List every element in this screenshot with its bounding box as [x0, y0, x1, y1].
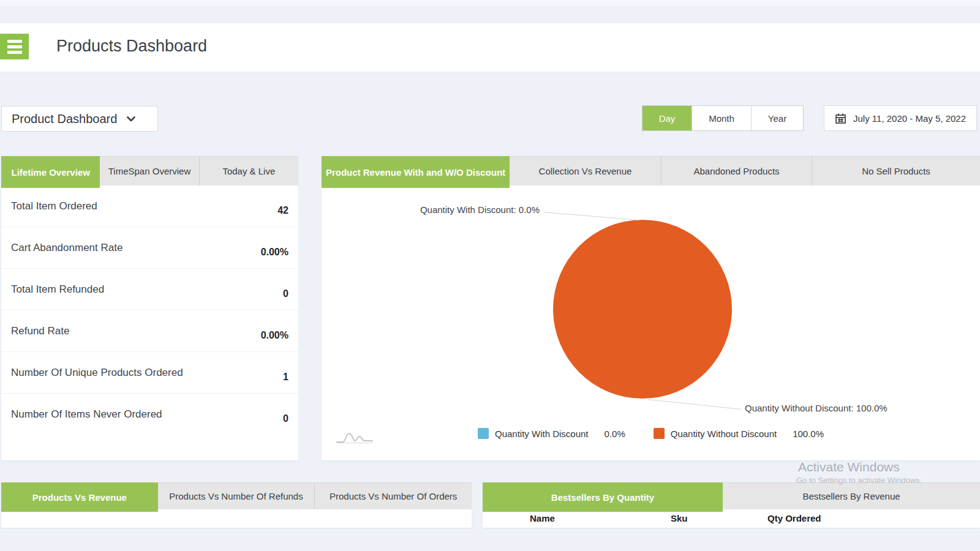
date-range-value: July 11, 2020 - May 5, 2022 [853, 113, 966, 124]
dashboard-select-value: Product Dashboard [12, 112, 117, 126]
chart-legend: Quantity With Discount 0.0% Quantity Wit… [322, 428, 980, 439]
tab-product-revenue-discount[interactable]: Product Revenue With and W/O Discount [322, 156, 510, 188]
metric-row-unique-products-ordered: Number Of Unique Products Ordered 1 [1, 352, 298, 394]
legend-value: 100.0% [793, 429, 824, 439]
legend-value: 0.0% [605, 429, 625, 439]
legend-label: Quantity Without Discount [671, 429, 777, 439]
legend-item-without-discount[interactable]: Quantity Without Discount 100.0% [654, 428, 824, 439]
period-toggle: Day Month Year [642, 105, 804, 131]
tab-today-live[interactable]: Today & Live [200, 156, 298, 186]
metric-row-cart-abandonment-rate: Cart Abandonment Rate 0.00% [1, 227, 298, 269]
tab-lifetime-overview[interactable]: Lifetime Overview [1, 156, 100, 188]
period-month-button[interactable]: Month [692, 106, 752, 130]
legend-label: Quantity With Discount [495, 429, 589, 439]
tab-products-vs-refunds[interactable]: Products Vs Number Of Refunds [158, 482, 315, 509]
lifetime-overview-panel: Lifetime Overview TimeSpan Overview Toda… [1, 156, 298, 460]
hamburger-icon [7, 40, 22, 43]
bestsellers-tabbar: Bestsellers By Quantity Bestsellers By R… [483, 482, 980, 509]
activate-windows-watermark-subtitle: Go to Settings to activate Windows. [796, 476, 922, 485]
column-header-name: Name [530, 513, 555, 523]
period-year-button[interactable]: Year [752, 106, 803, 130]
legend-item-with-discount[interactable]: Quantity With Discount 0.0% [478, 428, 625, 439]
pie-chart [552, 219, 733, 399]
tab-bestsellers-by-quantity[interactable]: Bestsellers By Quantity [483, 482, 723, 512]
overview-tabbar: Lifetime Overview TimeSpan Overview Toda… [1, 156, 298, 186]
discount-chart-panel: Product Revenue With and W/O Discount Co… [322, 156, 980, 460]
page-title: Products Dashboard [56, 37, 207, 56]
pie-slice-without-discount[interactable] [553, 220, 732, 399]
tab-bestsellers-by-revenue[interactable]: Bestsellers By Revenue [723, 482, 980, 509]
tab-products-vs-orders[interactable]: Products Vs Number Of Orders [315, 482, 472, 509]
tab-abandoned-products[interactable]: Abandoned Products [662, 156, 812, 186]
pie-callout-without-discount: Quantity Without Discount: 100.0% [745, 403, 888, 413]
tab-products-vs-revenue[interactable]: Products Vs Revenue [1, 482, 158, 512]
hamburger-menu-button[interactable] [0, 34, 29, 59]
bestsellers-panel: Bestsellers By Quantity Bestsellers By R… [483, 482, 980, 528]
tab-no-sell-products[interactable]: No Sell Products [812, 156, 980, 186]
date-range-picker[interactable]: July 11, 2020 - May 5, 2022 [824, 105, 977, 131]
metric-row-items-never-ordered: Number Of Items Never Ordered 0 [1, 394, 298, 435]
metric-row-total-item-ordered: Total Item Ordered 42 [1, 186, 298, 227]
legend-swatch-orange [654, 428, 665, 439]
bestsellers-table-header: Name Sku Qty Ordered [483, 509, 980, 528]
pie-callout-with-discount: Quantity With Discount: 0.0% [405, 204, 540, 215]
app-header: Products Dashboard [0, 23, 980, 72]
dashboard-select[interactable]: Product Dashboard [1, 106, 158, 132]
chevron-down-icon [127, 116, 135, 122]
tab-collection-vs-revenue[interactable]: Collection Vs Revenue [510, 156, 662, 186]
metric-row-total-item-refunded: Total Item Refunded 0 [1, 269, 298, 310]
products-vs-tabbar: Products Vs Revenue Products Vs Number O… [1, 482, 472, 509]
tab-timespan-overview[interactable]: TimeSpan Overview [100, 156, 199, 186]
calendar-icon [835, 113, 846, 124]
top-strip [0, 0, 980, 6]
column-header-qty-ordered: Qty Ordered [767, 513, 821, 523]
metric-row-refund-rate: Refund Rate 0.00% [1, 310, 298, 352]
period-day-button[interactable]: Day [643, 106, 692, 130]
pie-leader-line [648, 399, 741, 410]
activate-windows-watermark: Activate Windows [798, 460, 900, 474]
products-vs-panel: Products Vs Revenue Products Vs Number O… [1, 482, 472, 528]
column-header-sku: Sku [671, 513, 688, 523]
discount-tabbar: Product Revenue With and W/O Discount Co… [322, 156, 980, 186]
legend-swatch-blue [478, 428, 489, 439]
